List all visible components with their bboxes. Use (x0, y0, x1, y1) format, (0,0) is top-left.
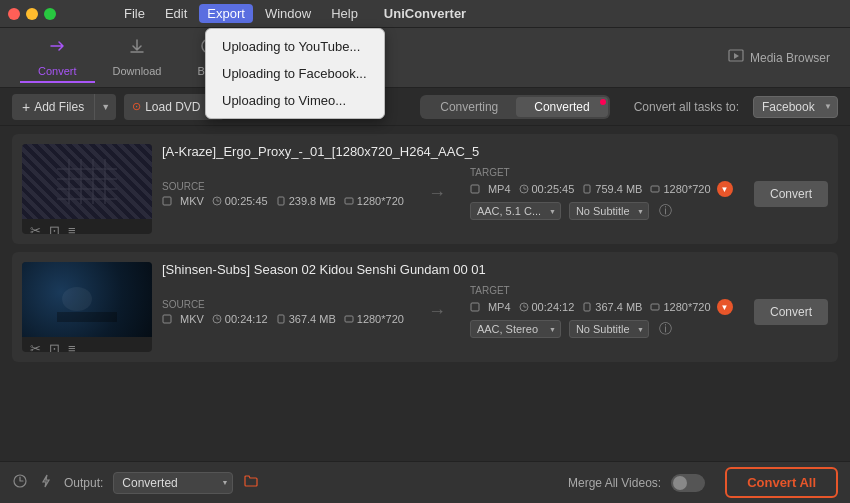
file-info-2: [Shinsen-Subs] Season 02 Kidou Senshi Gu… (162, 262, 828, 346)
options-row-2: AAC, Stereo AAC, 5.1 C... No Subtitle Su… (470, 320, 738, 338)
source-section-1: Source MKV 00:25:45 239.8 MB (162, 181, 404, 207)
tab-converted[interactable]: Converted (516, 97, 607, 117)
media-browser-icon (728, 48, 744, 67)
toolbar: Convert Download Burn Transfer (0, 28, 850, 88)
target-res-item-1: 1280*720 (650, 183, 710, 195)
source-format-icon-2 (162, 314, 172, 324)
menu-icon-2[interactable]: ≡ (68, 341, 76, 353)
merge-toggle[interactable] (671, 474, 705, 492)
converting-tab-label: Converting (440, 100, 498, 114)
thumb-preview-2 (22, 262, 152, 337)
source-format-1: MKV (180, 195, 204, 207)
minimize-button[interactable] (26, 8, 38, 20)
file-details-row-2: Source MKV 00:24:12 367.4 MB (162, 285, 828, 338)
info-button-2[interactable]: ⓘ (657, 320, 674, 338)
svg-rect-28 (345, 316, 353, 322)
target-format-change-2[interactable]: ▼ (717, 299, 733, 315)
clock-icon[interactable] (12, 473, 28, 493)
menu-window[interactable]: Window (257, 4, 319, 23)
scissors-icon-2[interactable]: ✂ (30, 341, 41, 353)
convert-button-2[interactable]: Convert (754, 299, 828, 325)
download-label: Download (113, 65, 162, 77)
menu-bar: File Edit Export Window Help (116, 4, 366, 23)
source-label-1: Source (162, 181, 404, 192)
source-res-1: 1280*720 (357, 195, 404, 207)
traffic-lights (8, 8, 56, 20)
audio-select-1[interactable]: AAC, 5.1 C... AAC, Stereo (470, 202, 561, 220)
target-row-2: MP4 00:24:12 367.4 MB 1280 (470, 299, 738, 315)
subtitle-select-2[interactable]: No Subtitle Subtitle (569, 320, 649, 338)
add-files-button[interactable]: + Add Files ▼ (12, 94, 116, 120)
output-select[interactable]: Converted Desktop Downloads (113, 472, 233, 494)
target-label-1: Target (470, 167, 738, 178)
thumb-controls-2: ✂ ⊡ ≡ (22, 337, 152, 352)
svg-rect-25 (163, 315, 171, 323)
audio-select-2[interactable]: AAC, Stereo AAC, 5.1 C... (470, 320, 561, 338)
add-files-main[interactable]: + Add Files (12, 94, 95, 120)
file-name-2: [Shinsen-Subs] Season 02 Kidou Senshi Gu… (162, 262, 828, 277)
source-size-item-1: 239.8 MB (276, 195, 336, 207)
source-res-item-1: 1280*720 (344, 195, 404, 207)
source-size-2: 367.4 MB (289, 313, 336, 325)
source-label-2: Source (162, 299, 404, 310)
source-duration-item-2: 00:24:12 (212, 313, 268, 325)
upload-youtube-item[interactable]: Uploading to YouTube... (206, 33, 384, 60)
load-dvd-label: Load DVD (145, 100, 200, 114)
target-format-icon-2 (470, 302, 480, 312)
upload-vimeo-item[interactable]: Uploading to Vimeo... (206, 87, 384, 114)
target-format-change-1[interactable]: ▼ (717, 181, 733, 197)
source-duration-1: 00:25:45 (225, 195, 268, 207)
output-label: Output: (64, 476, 103, 490)
target-row-1: MP4 00:25:45 759.4 MB 1280 (470, 181, 738, 197)
menu-export[interactable]: Export (199, 4, 253, 23)
arrow-icon-1: → (428, 183, 446, 204)
maximize-button[interactable] (44, 8, 56, 20)
convert-icon (47, 36, 67, 61)
file-thumb-1: ✂ ⊡ ≡ (22, 144, 152, 234)
convert-button-1[interactable]: Convert (754, 181, 828, 207)
add-files-dropdown-arrow[interactable]: ▼ (95, 94, 116, 120)
info-button-1[interactable]: ⓘ (657, 202, 674, 220)
subtitle-select-1[interactable]: No Subtitle Subtitle (569, 202, 649, 220)
target-format-select[interactable]: Facebook YouTube Vimeo MP4 MKV (753, 96, 838, 118)
subtitle-select-wrap-1: No Subtitle Subtitle (569, 202, 649, 220)
menu-help[interactable]: Help (323, 4, 366, 23)
source-meta-2: MKV 00:24:12 367.4 MB 1280*720 (162, 313, 404, 325)
media-browser-button[interactable]: Media Browser (728, 48, 830, 67)
file-info-1: [A-Kraze]_Ergo_Proxy_-_01_[1280x720_H264… (162, 144, 828, 228)
target-duration-item-1: 00:25:45 (519, 183, 575, 195)
source-meta-1: MKV 00:25:45 239.8 MB 1280*720 (162, 195, 404, 207)
bolt-icon[interactable] (38, 473, 54, 493)
converted-tab-label: Converted (534, 100, 589, 114)
folder-button[interactable] (243, 473, 259, 493)
title-bar: File Edit Export Window Help UniConverte… (0, 0, 850, 28)
file-item-2: ✂ ⊡ ≡ [Shinsen-Subs] Season 02 Kidou Sen… (12, 252, 838, 362)
source-format-icon-1 (162, 196, 172, 206)
target-format-1: MP4 (488, 183, 511, 195)
close-button[interactable] (8, 8, 20, 20)
scissors-icon-1[interactable]: ✂ (30, 223, 41, 235)
convert-all-button[interactable]: Convert All (725, 467, 838, 498)
subtitle-select-wrap-2: No Subtitle Subtitle (569, 320, 649, 338)
svg-rect-5 (57, 159, 117, 204)
tab-converting[interactable]: Converting (422, 97, 516, 117)
upload-facebook-item[interactable]: Uploading to Facebook... (206, 60, 384, 87)
crop-icon-1[interactable]: ⊡ (49, 223, 60, 235)
source-size-item-2: 367.4 MB (276, 313, 336, 325)
tabs-group: Converting Converted (420, 95, 609, 119)
app-title: UniConverter (384, 6, 466, 21)
svg-rect-31 (584, 303, 590, 311)
target-section-1: Target MP4 00:25:45 (470, 167, 738, 220)
main-content: ✂ ⊡ ≡ [A-Kraze]_Ergo_Proxy_-_01_[1280x72… (0, 126, 850, 461)
target-size-item-1: 759.4 MB (582, 183, 642, 195)
options-row-1: AAC, 5.1 C... AAC, Stereo No Subtitle Su… (470, 202, 738, 220)
svg-rect-21 (651, 186, 659, 192)
toolbar-download[interactable]: Download (95, 32, 180, 83)
menu-icon-1[interactable]: ≡ (68, 223, 76, 235)
dvd-icon: ⊙ (132, 100, 141, 113)
plus-icon: + (22, 99, 30, 115)
toolbar-convert[interactable]: Convert (20, 32, 95, 83)
menu-edit[interactable]: Edit (157, 4, 195, 23)
crop-icon-2[interactable]: ⊡ (49, 341, 60, 353)
menu-file[interactable]: File (116, 4, 153, 23)
